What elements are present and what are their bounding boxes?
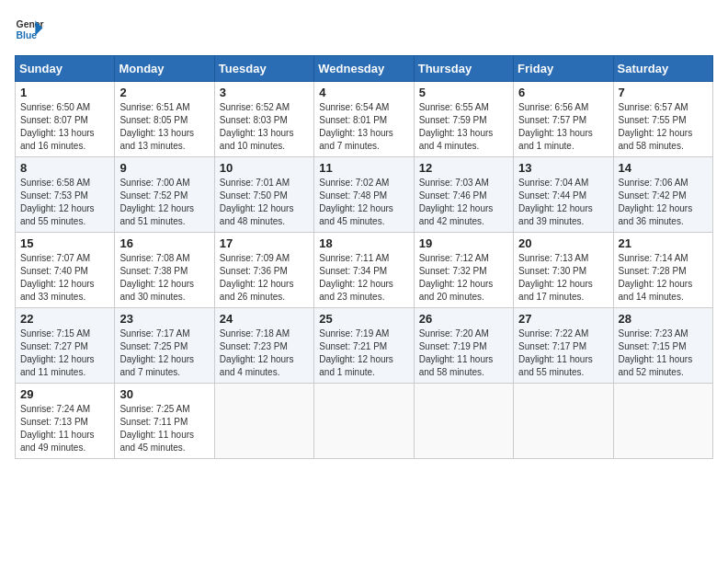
day-info: Sunrise: 7:07 AM Sunset: 7:40 PM Dayligh… bbox=[20, 252, 109, 304]
calendar-day-cell: 30Sunrise: 7:25 AM Sunset: 7:11 PM Dayli… bbox=[115, 384, 214, 459]
calendar-day-cell bbox=[613, 384, 712, 459]
calendar-day-cell: 28Sunrise: 7:23 AM Sunset: 7:15 PM Dayli… bbox=[613, 308, 712, 384]
calendar-day-cell bbox=[214, 384, 313, 459]
day-number: 8 bbox=[20, 161, 109, 175]
calendar-day-cell: 29Sunrise: 7:24 AM Sunset: 7:13 PM Dayli… bbox=[16, 384, 115, 459]
day-info: Sunrise: 7:08 AM Sunset: 7:38 PM Dayligh… bbox=[119, 252, 209, 304]
calendar-day-cell: 4Sunrise: 6:54 AM Sunset: 8:01 PM Daylig… bbox=[314, 82, 414, 157]
day-info: Sunrise: 7:02 AM Sunset: 7:48 PM Dayligh… bbox=[319, 177, 408, 228]
calendar-day-cell: 23Sunrise: 7:17 AM Sunset: 7:25 PM Dayli… bbox=[115, 308, 214, 384]
calendar-day-cell: 17Sunrise: 7:09 AM Sunset: 7:36 PM Dayli… bbox=[214, 233, 313, 308]
calendar-day-cell: 5Sunrise: 6:55 AM Sunset: 7:59 PM Daylig… bbox=[414, 82, 513, 157]
calendar-day-cell bbox=[414, 384, 513, 459]
weekday-header-wednesday: Wednesday bbox=[314, 56, 414, 82]
day-number: 27 bbox=[518, 312, 608, 326]
day-info: Sunrise: 6:52 AM Sunset: 8:03 PM Dayligh… bbox=[220, 101, 309, 153]
day-info: Sunrise: 6:56 AM Sunset: 7:57 PM Dayligh… bbox=[518, 101, 608, 153]
calendar-day-cell: 19Sunrise: 7:12 AM Sunset: 7:32 PM Dayli… bbox=[414, 233, 513, 308]
calendar-week-row: 8Sunrise: 6:58 AM Sunset: 7:53 PM Daylig… bbox=[16, 157, 713, 233]
calendar-day-cell: 7Sunrise: 6:57 AM Sunset: 7:55 PM Daylig… bbox=[613, 82, 712, 157]
weekday-header-monday: Monday bbox=[115, 56, 214, 82]
day-number: 30 bbox=[119, 387, 209, 401]
day-number: 17 bbox=[220, 236, 309, 250]
day-info: Sunrise: 6:51 AM Sunset: 8:05 PM Dayligh… bbox=[119, 101, 209, 153]
day-info: Sunrise: 7:00 AM Sunset: 7:52 PM Dayligh… bbox=[119, 177, 209, 228]
calendar-week-row: 22Sunrise: 7:15 AM Sunset: 7:27 PM Dayli… bbox=[16, 308, 713, 384]
day-info: Sunrise: 7:23 AM Sunset: 7:15 PM Dayligh… bbox=[619, 327, 708, 379]
day-number: 2 bbox=[119, 86, 209, 99]
day-number: 23 bbox=[119, 312, 209, 326]
calendar-day-cell: 9Sunrise: 7:00 AM Sunset: 7:52 PM Daylig… bbox=[115, 157, 214, 233]
weekday-header-tuesday: Tuesday bbox=[214, 56, 313, 82]
day-info: Sunrise: 7:04 AM Sunset: 7:44 PM Dayligh… bbox=[518, 177, 608, 228]
weekday-header-saturday: Saturday bbox=[613, 56, 712, 82]
day-info: Sunrise: 7:22 AM Sunset: 7:17 PM Dayligh… bbox=[518, 327, 608, 379]
calendar-day-cell: 8Sunrise: 6:58 AM Sunset: 7:53 PM Daylig… bbox=[16, 157, 115, 233]
day-number: 21 bbox=[619, 236, 708, 250]
day-number: 20 bbox=[518, 236, 608, 250]
day-info: Sunrise: 7:12 AM Sunset: 7:32 PM Dayligh… bbox=[419, 252, 508, 304]
calendar-day-cell: 11Sunrise: 7:02 AM Sunset: 7:48 PM Dayli… bbox=[314, 157, 414, 233]
day-number: 25 bbox=[319, 312, 408, 326]
day-number: 22 bbox=[20, 312, 109, 326]
day-info: Sunrise: 7:20 AM Sunset: 7:19 PM Dayligh… bbox=[419, 327, 508, 379]
day-info: Sunrise: 7:09 AM Sunset: 7:36 PM Dayligh… bbox=[220, 252, 309, 304]
calendar-day-cell: 25Sunrise: 7:19 AM Sunset: 7:21 PM Dayli… bbox=[314, 308, 414, 384]
day-info: Sunrise: 7:24 AM Sunset: 7:13 PM Dayligh… bbox=[20, 403, 109, 454]
day-info: Sunrise: 6:50 AM Sunset: 8:07 PM Dayligh… bbox=[20, 101, 109, 153]
day-info: Sunrise: 6:58 AM Sunset: 7:53 PM Dayligh… bbox=[20, 177, 109, 228]
day-info: Sunrise: 7:11 AM Sunset: 7:34 PM Dayligh… bbox=[319, 252, 408, 304]
weekday-header-friday: Friday bbox=[514, 56, 613, 82]
day-number: 14 bbox=[619, 161, 708, 175]
day-number: 16 bbox=[119, 236, 209, 250]
calendar-day-cell: 22Sunrise: 7:15 AM Sunset: 7:27 PM Dayli… bbox=[16, 308, 115, 384]
day-info: Sunrise: 6:55 AM Sunset: 7:59 PM Dayligh… bbox=[419, 101, 508, 153]
day-number: 9 bbox=[119, 161, 209, 175]
calendar-day-cell: 6Sunrise: 6:56 AM Sunset: 7:57 PM Daylig… bbox=[514, 82, 613, 157]
day-info: Sunrise: 7:25 AM Sunset: 7:11 PM Dayligh… bbox=[119, 403, 209, 454]
calendar-day-cell: 24Sunrise: 7:18 AM Sunset: 7:23 PM Dayli… bbox=[214, 308, 313, 384]
calendar-day-cell bbox=[514, 384, 613, 459]
day-number: 19 bbox=[419, 236, 508, 250]
day-number: 6 bbox=[518, 86, 608, 99]
svg-text:Blue: Blue bbox=[17, 30, 38, 40]
calendar-day-cell: 10Sunrise: 7:01 AM Sunset: 7:50 PM Dayli… bbox=[214, 157, 313, 233]
weekday-header-row: SundayMondayTuesdayWednesdayThursdayFrid… bbox=[16, 56, 713, 82]
day-info: Sunrise: 7:13 AM Sunset: 7:30 PM Dayligh… bbox=[518, 252, 608, 304]
day-number: 28 bbox=[619, 312, 708, 326]
logo-icon: General Blue bbox=[15, 15, 44, 44]
day-info: Sunrise: 6:54 AM Sunset: 8:01 PM Dayligh… bbox=[319, 101, 408, 153]
calendar-week-row: 1Sunrise: 6:50 AM Sunset: 8:07 PM Daylig… bbox=[16, 82, 713, 157]
calendar-table: SundayMondayTuesdayWednesdayThursdayFrid… bbox=[15, 55, 713, 459]
day-number: 3 bbox=[220, 86, 309, 99]
day-info: Sunrise: 7:06 AM Sunset: 7:42 PM Dayligh… bbox=[619, 177, 708, 228]
calendar-day-cell: 14Sunrise: 7:06 AM Sunset: 7:42 PM Dayli… bbox=[613, 157, 712, 233]
day-info: Sunrise: 7:01 AM Sunset: 7:50 PM Dayligh… bbox=[220, 177, 309, 228]
calendar-day-cell: 12Sunrise: 7:03 AM Sunset: 7:46 PM Dayli… bbox=[414, 157, 513, 233]
weekday-header-sunday: Sunday bbox=[16, 56, 115, 82]
calendar-day-cell: 21Sunrise: 7:14 AM Sunset: 7:28 PM Dayli… bbox=[613, 233, 712, 308]
day-info: Sunrise: 7:19 AM Sunset: 7:21 PM Dayligh… bbox=[319, 327, 408, 379]
weekday-header-thursday: Thursday bbox=[414, 56, 513, 82]
day-number: 11 bbox=[319, 161, 408, 175]
day-number: 13 bbox=[518, 161, 608, 175]
day-number: 5 bbox=[419, 86, 508, 99]
day-info: Sunrise: 7:03 AM Sunset: 7:46 PM Dayligh… bbox=[419, 177, 508, 228]
calendar-day-cell: 26Sunrise: 7:20 AM Sunset: 7:19 PM Dayli… bbox=[414, 308, 513, 384]
day-info: Sunrise: 7:15 AM Sunset: 7:27 PM Dayligh… bbox=[20, 327, 109, 379]
calendar-day-cell: 13Sunrise: 7:04 AM Sunset: 7:44 PM Dayli… bbox=[514, 157, 613, 233]
calendar-day-cell: 27Sunrise: 7:22 AM Sunset: 7:17 PM Dayli… bbox=[514, 308, 613, 384]
calendar-day-cell: 1Sunrise: 6:50 AM Sunset: 8:07 PM Daylig… bbox=[16, 82, 115, 157]
calendar-day-cell: 16Sunrise: 7:08 AM Sunset: 7:38 PM Dayli… bbox=[115, 233, 214, 308]
calendar-day-cell: 20Sunrise: 7:13 AM Sunset: 7:30 PM Dayli… bbox=[514, 233, 613, 308]
day-info: Sunrise: 7:17 AM Sunset: 7:25 PM Dayligh… bbox=[119, 327, 209, 379]
day-number: 15 bbox=[20, 236, 109, 250]
day-number: 1 bbox=[20, 86, 109, 99]
calendar-week-row: 29Sunrise: 7:24 AM Sunset: 7:13 PM Dayli… bbox=[16, 384, 713, 459]
day-info: Sunrise: 7:14 AM Sunset: 7:28 PM Dayligh… bbox=[619, 252, 708, 304]
day-info: Sunrise: 6:57 AM Sunset: 7:55 PM Dayligh… bbox=[619, 101, 708, 153]
day-info: Sunrise: 7:18 AM Sunset: 7:23 PM Dayligh… bbox=[220, 327, 309, 379]
calendar-day-cell: 3Sunrise: 6:52 AM Sunset: 8:03 PM Daylig… bbox=[214, 82, 313, 157]
page-header: General Blue bbox=[15, 15, 713, 44]
calendar-day-cell: 18Sunrise: 7:11 AM Sunset: 7:34 PM Dayli… bbox=[314, 233, 414, 308]
